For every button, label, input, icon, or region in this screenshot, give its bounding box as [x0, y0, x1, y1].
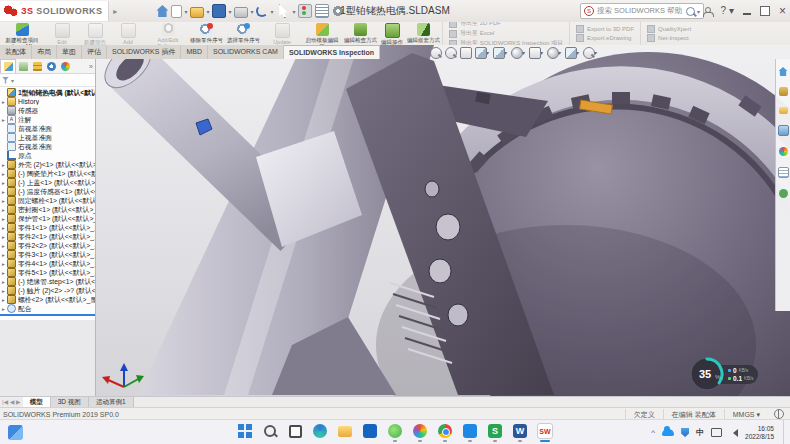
- tree-filter[interactable]: ▾: [0, 74, 95, 87]
- ribbon-button[interactable]: 新建检查项目 (amp;M): [2, 22, 42, 45]
- menu-flyout-arrow[interactable]: ▸: [113, 7, 117, 16]
- taskbar-app-button[interactable]: SW: [537, 423, 553, 439]
- hud-button[interactable]: ▾: [547, 47, 561, 59]
- ribbon-tab[interactable]: 评估: [82, 45, 107, 59]
- task-pane-icon[interactable]: [779, 67, 788, 76]
- rebuild-icon[interactable]: [298, 4, 312, 18]
- search-caret-icon[interactable]: ▾: [697, 8, 700, 15]
- help-button[interactable]: ? ▾: [721, 2, 734, 20]
- task-pane-icon[interactable]: [778, 167, 789, 178]
- onedrive-icon[interactable]: [662, 429, 674, 436]
- tab-property-manager[interactable]: [16, 60, 30, 73]
- units-selector[interactable]: MMGS ▾: [724, 409, 768, 420]
- task-pane-icon[interactable]: [779, 87, 788, 96]
- login-icon[interactable]: [703, 7, 712, 16]
- tree-item[interactable]: ▸ 外壳 (2)<1> (默认<<默认>_显示状: [0, 160, 95, 169]
- taskbar-app-button[interactable]: S: [487, 423, 503, 439]
- taskbar-app-button[interactable]: [262, 423, 278, 439]
- hud-button[interactable]: [445, 47, 456, 59]
- export-menu-item[interactable]: Export eDrawing: [576, 34, 634, 42]
- export-menu-item[interactable]: 导出至 2D PDF: [449, 22, 563, 28]
- task-pane-icon[interactable]: [778, 125, 789, 136]
- tree-item[interactable]: ▸ 零件2<2> (默认<<默认>_显示状态: [0, 241, 95, 250]
- tab-feature-manager[interactable]: [0, 59, 16, 73]
- tree-item[interactable]: ▸ 零件2<1> (默认<<默认>_显示状态: [0, 232, 95, 241]
- tags-icon[interactable]: [774, 409, 784, 419]
- tree-item[interactable]: ▸ (-) 陶瓷垫片<1> (默认<<默认>_显: [0, 169, 95, 178]
- minimize-button[interactable]: [743, 7, 751, 15]
- task-pane-icon[interactable]: [779, 107, 788, 114]
- tree-root[interactable]: 1型铂铑热电偶 (默认<默认_显示状态-1: [0, 88, 95, 97]
- ime-indicator[interactable]: 中: [696, 427, 704, 438]
- tree-item[interactable]: ▸ 注解: [0, 115, 95, 124]
- export-menu-item[interactable]: QualityXpert: [647, 25, 691, 33]
- tree-item[interactable]: 右视基准面: [0, 142, 95, 151]
- taskbar-app-button[interactable]: [287, 423, 303, 439]
- app-logo[interactable]: ЗS SOLIDWORKS: [0, 1, 109, 21]
- tree-item[interactable]: ▸ 密封圈<1> (默认<<默认>_显示状: [0, 205, 95, 214]
- taskbar-app-button[interactable]: W: [512, 423, 528, 439]
- tree-item[interactable]: ▸ 保护管<1> (默认<<默认>_显示状: [0, 214, 95, 223]
- select-icon[interactable]: [276, 4, 290, 18]
- search-icon[interactable]: [686, 7, 695, 16]
- ribbon-button[interactable]: Add/Edit Balloons: [148, 22, 188, 45]
- welcome-icon[interactable]: [156, 5, 168, 17]
- tree-item[interactable]: 原点: [0, 151, 95, 160]
- hud-button[interactable]: [460, 47, 471, 59]
- taskbar-app-button[interactable]: [387, 423, 403, 439]
- new-file-icon[interactable]: [171, 5, 182, 18]
- tree-item[interactable]: ▸ 零件1<1> (默认<<默认>_显示状态: [0, 223, 95, 232]
- export-menu-item[interactable]: 导出至 Excel: [449, 29, 563, 38]
- taskbar-app-button[interactable]: [312, 423, 328, 439]
- hud-button[interactable]: ▾: [529, 47, 543, 59]
- ribbon-button[interactable]: 编辑操作: [379, 22, 405, 45]
- hud-button[interactable]: ▾: [511, 47, 525, 59]
- ribbon-button[interactable]: 选择零件序号: [225, 22, 262, 45]
- export-menu-item[interactable]: Net-Inspect: [647, 34, 691, 42]
- network-icon[interactable]: [711, 428, 722, 437]
- hud-button[interactable]: [430, 47, 441, 59]
- tree-item[interactable]: ▸ (-) 上盖<1> (默认<<默认>_显示状: [0, 178, 95, 187]
- export-menu-item[interactable]: Export to 3D PDF: [576, 25, 634, 33]
- viewport-canvas[interactable]: [96, 45, 790, 396]
- ribbon-tab[interactable]: MBD: [181, 45, 208, 59]
- ribbon-button[interactable]: 编辑检查方式: [342, 22, 379, 45]
- ribbon-button[interactable]: 新建报告: [82, 22, 108, 45]
- tab-display-manager[interactable]: [58, 60, 72, 73]
- file-properties-icon[interactable]: [315, 4, 329, 18]
- tree-item[interactable]: ▸ 零件4<1> (默认<<默认>_显示状态: [0, 259, 95, 268]
- open-file-icon[interactable]: [190, 7, 204, 18]
- taskbar-app-button[interactable]: [412, 423, 428, 439]
- hud-button[interactable]: ▾: [565, 47, 579, 59]
- taskbar-app-button[interactable]: [437, 423, 453, 439]
- search-input[interactable]: 搜索 SOLIDWORKS 帮助: [597, 6, 683, 16]
- tree-item[interactable]: ▸ 零件5<1> (默认<<默认>_显示状态: [0, 268, 95, 277]
- tree-item[interactable]: ▸ 螺栓<2> (默认<<默认>_显示状态: [0, 295, 95, 304]
- tree-item[interactable]: ▸ 配合: [0, 304, 95, 313]
- ribbon-button[interactable]: Update Inspection Project: [262, 22, 302, 45]
- close-button[interactable]: ×: [779, 2, 786, 20]
- panel-overflow-button[interactable]: »: [89, 63, 95, 70]
- save-icon[interactable]: [212, 4, 226, 18]
- taskbar-app-button[interactable]: [462, 423, 478, 439]
- tree-item[interactable]: ▸ (-) 绝缘管.step<1> (默认<<默认>: [0, 277, 95, 286]
- ribbon-button[interactable]: Edit Inspection Project: [42, 22, 82, 45]
- ribbon-button[interactable]: 移除零件序号: [188, 22, 225, 45]
- ribbon-tab[interactable]: 布局: [32, 45, 57, 59]
- hud-button[interactable]: ▾: [475, 47, 489, 59]
- filter-caret-icon[interactable]: ▾: [11, 77, 14, 84]
- task-pane-icon[interactable]: [779, 147, 788, 156]
- ribbon-tab[interactable]: SOLIDWORKS Inspection: [284, 45, 380, 59]
- ribbon-tab[interactable]: SOLIDWORKS 插件: [107, 45, 181, 59]
- ribbon-tab[interactable]: 草图: [57, 45, 82, 59]
- clock[interactable]: 16:05 2022/8/15: [745, 425, 774, 441]
- tree-item[interactable]: ▸ 固定螺栓<1> (默认<<默认>_显示状: [0, 196, 95, 205]
- tray-overflow-icon[interactable]: ^: [651, 428, 655, 437]
- search-box[interactable]: S 搜索 SOLIDWORKS 帮助 ▾: [580, 3, 704, 19]
- security-shield-icon[interactable]: [681, 428, 689, 437]
- show-desktop-button[interactable]: [783, 420, 786, 444]
- taskbar-app-button[interactable]: [362, 423, 378, 439]
- undo-icon[interactable]: [256, 5, 268, 17]
- restore-button[interactable]: [760, 6, 770, 16]
- tree-item[interactable]: ▸ (-) 温度传感器<1> (默认<<默认>_: [0, 187, 95, 196]
